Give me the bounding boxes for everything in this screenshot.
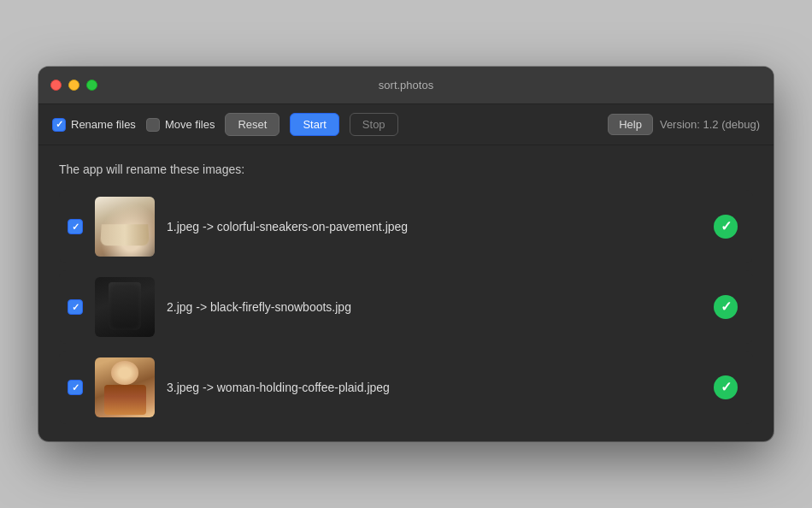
file-thumbnail-3 [95,357,155,417]
file-checkbox-1[interactable]: ✓ [68,219,83,234]
file-checkbox-3[interactable]: ✓ [68,380,83,395]
toolbar-controls: ✓ Rename files Move files Reset Start St… [52,113,597,136]
checkmark-icon: ✓ [72,302,79,313]
move-files-checkbox[interactable] [146,118,160,132]
table-row: ✓ 3.jpeg -> woman-holding-coffee-plaid.j… [59,351,753,424]
reset-button[interactable]: Reset [225,113,279,136]
success-icon-1: ✓ [714,215,738,239]
move-files-label: Move files [165,118,215,131]
traffic-lights [50,80,97,91]
start-button[interactable]: Start [290,113,338,136]
minimize-button[interactable] [68,80,79,91]
file-thumbnail-2 [95,277,155,337]
rename-files-checkbox[interactable]: ✓ [52,118,66,132]
person-thumb-image [95,357,155,417]
toolbar: ✓ Rename files Move files Reset Start St… [38,104,774,145]
check-icon: ✓ [721,381,732,394]
content-area: The app will rename these images: ✓ 1.jp… [38,145,774,441]
checkmark-icon: ✓ [56,119,63,130]
titlebar: sort.photos [38,67,774,104]
check-icon: ✓ [721,220,732,233]
checkmark-icon: ✓ [72,222,79,233]
rename-files-checkbox-label[interactable]: ✓ Rename files [52,118,136,132]
success-icon-3: ✓ [714,375,738,399]
file-list: ✓ 1.jpeg -> colorful-sneakers-on-pavemen… [59,190,753,424]
sneaker-thumb-image [95,197,155,257]
file-name-1: 1.jpeg -> colorful-sneakers-on-pavement.… [167,220,702,233]
rename-files-label: Rename files [71,118,136,131]
file-checkbox-2[interactable]: ✓ [68,299,83,315]
move-files-checkbox-label[interactable]: Move files [146,118,215,132]
file-thumbnail-1 [95,197,155,257]
close-button[interactable] [50,80,62,91]
description-text: The app will rename these images: [59,162,753,176]
help-button[interactable]: Help [608,114,653,135]
table-row: ✓ 1.jpeg -> colorful-sneakers-on-pavemen… [59,190,753,263]
maximize-button[interactable] [86,80,97,91]
window-title: sort.photos [379,79,433,92]
stop-button[interactable]: Stop [350,113,398,136]
table-row: ✓ 2.jpg -> black-firefly-snowboots.jpg ✓ [59,270,753,344]
check-icon: ✓ [721,300,732,314]
success-icon-2: ✓ [714,295,738,319]
app-window: sort.photos ✓ Rename files Move files Re… [38,67,774,441]
version-text: Version: 1.2 (debug) [660,118,760,131]
toolbar-right: Help Version: 1.2 (debug) [608,114,760,135]
boot-thumb-image [95,277,155,337]
checkmark-icon: ✓ [72,382,79,393]
file-name-2: 2.jpg -> black-firefly-snowboots.jpg [167,300,702,314]
file-name-3: 3.jpeg -> woman-holding-coffee-plaid.jpe… [167,381,702,394]
